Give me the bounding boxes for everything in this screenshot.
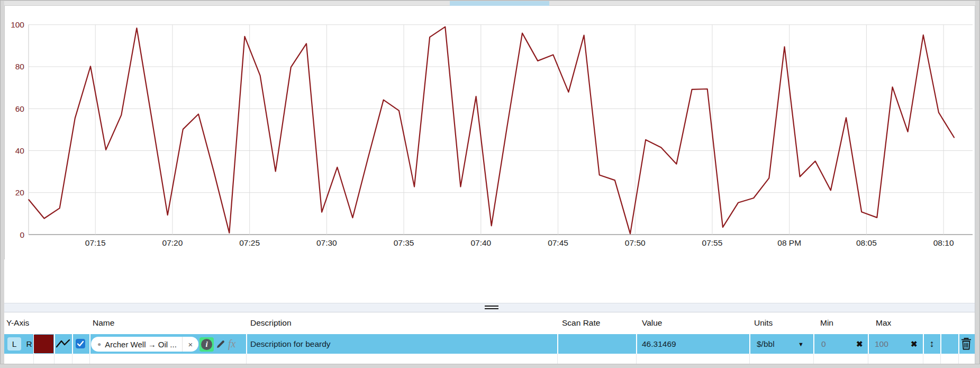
- col-header-scan-rate: Scan Rate: [562, 318, 600, 328]
- min-clear-icon[interactable]: ✖: [856, 334, 863, 354]
- cell-separator: [54, 354, 55, 364]
- value-cell: 46.31469: [642, 334, 676, 354]
- edit-pencil-icon[interactable]: [215, 339, 226, 349]
- tag-table-header: Y-Axis Name Description Scan Rate Value …: [4, 312, 975, 334]
- svg-text:0: 0: [20, 230, 24, 239]
- empty-row: [4, 354, 975, 364]
- cell-separator: [54, 334, 55, 354]
- info-icon: i: [201, 339, 212, 350]
- svg-text:08 PM: 08 PM: [777, 238, 801, 247]
- cell-separator: [749, 334, 750, 354]
- svg-text:07:25: 07:25: [239, 238, 260, 247]
- cell-separator: [958, 334, 959, 354]
- tag-name: Archer Well → Oil ...: [105, 340, 177, 349]
- description-cell[interactable]: Description for beardy: [250, 334, 331, 354]
- y-axis-right-button[interactable]: R: [23, 337, 35, 351]
- check-icon: [76, 339, 85, 348]
- y-axis-left-button[interactable]: L: [7, 337, 21, 351]
- svg-text:80: 80: [15, 62, 25, 71]
- splitter-handle[interactable]: [485, 306, 498, 310]
- cell-separator: [923, 334, 924, 354]
- col-header-y-axis: Y-Axis: [6, 318, 29, 328]
- trend-viewer-window: 02040608010007:1507:2007:2507:3007:3507:…: [0, 0, 980, 368]
- line-style-icon[interactable]: [56, 338, 70, 349]
- cell-separator: [246, 334, 247, 354]
- col-header-name: Name: [93, 318, 114, 328]
- svg-text:60: 60: [15, 104, 25, 113]
- svg-text:07:55: 07:55: [702, 238, 723, 247]
- svg-text:07:50: 07:50: [625, 238, 646, 247]
- max-clear-icon[interactable]: ✖: [911, 334, 918, 354]
- chart-plot-area[interactable]: 02040608010007:1507:2007:2507:3007:3507:…: [0, 6, 980, 259]
- col-header-max: Max: [876, 318, 891, 328]
- svg-text:100: 100: [11, 20, 24, 29]
- cell-separator: [246, 354, 247, 364]
- cell-separator: [813, 354, 814, 364]
- min-input[interactable]: 0: [821, 334, 826, 354]
- cell-separator: [868, 354, 868, 364]
- units-cell[interactable]: $/bbl: [757, 334, 775, 354]
- col-header-value: Value: [642, 318, 663, 328]
- cell-separator: [636, 334, 637, 354]
- time-toolbar: Jun 22, 25 19:10:41 Fixed Period 1 Hour: [4, 259, 975, 303]
- svg-text:07:35: 07:35: [394, 238, 414, 247]
- cell-separator: [923, 354, 923, 364]
- delete-trash-icon[interactable]: [960, 337, 972, 351]
- cell-separator: [72, 334, 73, 354]
- cell-separator: [813, 334, 814, 354]
- cell-separator: [868, 334, 869, 354]
- svg-text:07:15: 07:15: [85, 238, 106, 247]
- panel-right-border: [975, 6, 975, 364]
- units-dropdown-icon[interactable]: ▼: [798, 334, 804, 354]
- svg-text:20: 20: [15, 188, 25, 197]
- col-header-units: Units: [754, 318, 773, 328]
- series-color-swatch[interactable]: [34, 335, 53, 353]
- cell-separator: [89, 354, 90, 364]
- cell-separator: [33, 354, 34, 364]
- col-header-min: Min: [820, 318, 833, 328]
- svg-text:07:20: 07:20: [162, 238, 183, 247]
- cell-separator: [958, 354, 959, 364]
- series-visible-checkbox[interactable]: [76, 339, 85, 348]
- svg-text:07:45: 07:45: [548, 238, 568, 247]
- autoscale-icon[interactable]: ↕: [925, 334, 938, 354]
- cell-separator: [940, 354, 941, 364]
- svg-text:40: 40: [15, 146, 25, 155]
- fx-expression-button[interactable]: fx: [228, 334, 235, 354]
- cell-separator: [557, 334, 558, 354]
- panel-splitter: [4, 303, 975, 312]
- tag-dot-icon: ●: [97, 340, 101, 348]
- svg-text:08:10: 08:10: [933, 238, 954, 247]
- cell-separator: [72, 354, 72, 364]
- max-input[interactable]: 100: [875, 334, 888, 354]
- cell-separator: [749, 354, 750, 364]
- cell-separator: [89, 334, 90, 354]
- col-header-description: Description: [250, 318, 292, 328]
- cell-separator: [636, 354, 637, 364]
- tag-info-button-highlighted[interactable]: i: [199, 337, 214, 352]
- tag-chip[interactable]: ● Archer Well → Oil ... ×: [91, 337, 198, 352]
- active-tab-indicator[interactable]: [450, 1, 549, 6]
- svg-text:07:40: 07:40: [470, 238, 491, 247]
- window-frame-bottom: [0, 364, 980, 368]
- tag-remove-button[interactable]: ×: [182, 337, 198, 352]
- svg-text:08:05: 08:05: [856, 238, 877, 247]
- cell-separator: [940, 334, 941, 354]
- cell-separator: [557, 354, 558, 364]
- svg-text:07:30: 07:30: [316, 238, 337, 247]
